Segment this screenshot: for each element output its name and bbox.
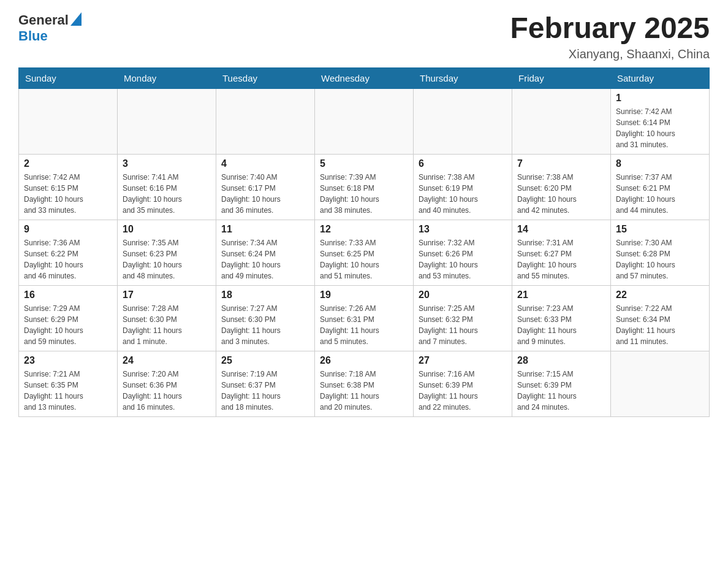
day-number: 6 — [419, 158, 507, 169]
day-number: 23 — [24, 355, 112, 366]
day-number: 16 — [24, 289, 112, 301]
day-info: Sunrise: 7:21 AM Sunset: 6:35 PM Dayligh… — [24, 369, 112, 413]
title-block: February 2025 Xianyang, Shaanxi, China — [510, 12, 710, 61]
calendar-cell: 22Sunrise: 7:22 AM Sunset: 6:34 PM Dayli… — [611, 285, 710, 351]
weekday-header-friday: Friday — [512, 67, 611, 88]
day-number: 22 — [616, 289, 704, 301]
logo-blue-text: Blue — [18, 28, 48, 44]
calendar-cell — [118, 88, 216, 154]
day-number: 11 — [221, 224, 309, 235]
calendar-cell: 20Sunrise: 7:25 AM Sunset: 6:32 PM Dayli… — [414, 285, 512, 351]
calendar-cell: 11Sunrise: 7:34 AM Sunset: 6:24 PM Dayli… — [216, 220, 315, 285]
week-row-1: 1Sunrise: 7:42 AM Sunset: 6:14 PM Daylig… — [19, 88, 710, 154]
day-number: 18 — [221, 289, 309, 301]
location-text: Xianyang, Shaanxi, China — [510, 47, 710, 61]
day-info: Sunrise: 7:25 AM Sunset: 6:32 PM Dayligh… — [419, 303, 507, 347]
day-info: Sunrise: 7:31 AM Sunset: 6:27 PM Dayligh… — [517, 237, 605, 282]
calendar-cell — [19, 88, 118, 154]
calendar-cell: 14Sunrise: 7:31 AM Sunset: 6:27 PM Dayli… — [512, 220, 611, 285]
week-row-4: 16Sunrise: 7:29 AM Sunset: 6:29 PM Dayli… — [19, 285, 710, 351]
day-number: 21 — [517, 289, 605, 301]
calendar-cell: 25Sunrise: 7:19 AM Sunset: 6:37 PM Dayli… — [216, 351, 315, 416]
calendar-cell: 6Sunrise: 7:38 AM Sunset: 6:19 PM Daylig… — [414, 154, 512, 220]
calendar-cell: 3Sunrise: 7:41 AM Sunset: 6:16 PM Daylig… — [118, 154, 216, 220]
day-info: Sunrise: 7:34 AM Sunset: 6:24 PM Dayligh… — [221, 237, 309, 282]
logo-triangle-icon — [70, 12, 82, 26]
week-row-3: 9Sunrise: 7:36 AM Sunset: 6:22 PM Daylig… — [19, 220, 710, 285]
calendar-table: SundayMondayTuesdayWednesdayThursdayFrid… — [18, 67, 710, 417]
weekday-header-sunday: Sunday — [19, 67, 118, 88]
day-number: 24 — [123, 355, 211, 366]
calendar-cell: 23Sunrise: 7:21 AM Sunset: 6:35 PM Dayli… — [19, 351, 118, 416]
svg-marker-0 — [70, 12, 82, 26]
calendar-cell — [611, 351, 710, 416]
calendar-cell: 1Sunrise: 7:42 AM Sunset: 6:14 PM Daylig… — [611, 88, 710, 154]
calendar-cell: 15Sunrise: 7:30 AM Sunset: 6:28 PM Dayli… — [611, 220, 710, 285]
calendar-cell: 2Sunrise: 7:42 AM Sunset: 6:15 PM Daylig… — [19, 154, 118, 220]
calendar-cell — [216, 88, 315, 154]
week-row-5: 23Sunrise: 7:21 AM Sunset: 6:35 PM Dayli… — [19, 351, 710, 416]
calendar-cell — [512, 88, 611, 154]
calendar-cell — [315, 88, 414, 154]
day-info: Sunrise: 7:38 AM Sunset: 6:20 PM Dayligh… — [517, 172, 605, 216]
page-header: General Blue February 2025 Xianyang, Sha… — [18, 12, 710, 61]
calendar-cell — [414, 88, 512, 154]
day-info: Sunrise: 7:38 AM Sunset: 6:19 PM Dayligh… — [419, 172, 507, 216]
day-number: 10 — [123, 224, 211, 235]
calendar-cell: 28Sunrise: 7:15 AM Sunset: 6:39 PM Dayli… — [512, 351, 611, 416]
calendar-cell: 9Sunrise: 7:36 AM Sunset: 6:22 PM Daylig… — [19, 220, 118, 285]
calendar-cell: 10Sunrise: 7:35 AM Sunset: 6:23 PM Dayli… — [118, 220, 216, 285]
weekday-header-thursday: Thursday — [414, 67, 512, 88]
calendar-cell: 17Sunrise: 7:28 AM Sunset: 6:30 PM Dayli… — [118, 285, 216, 351]
weekday-header-wednesday: Wednesday — [315, 67, 414, 88]
day-info: Sunrise: 7:35 AM Sunset: 6:23 PM Dayligh… — [123, 237, 211, 282]
calendar-cell: 13Sunrise: 7:32 AM Sunset: 6:26 PM Dayli… — [414, 220, 512, 285]
day-number: 14 — [517, 224, 605, 235]
day-info: Sunrise: 7:20 AM Sunset: 6:36 PM Dayligh… — [123, 369, 211, 413]
calendar-cell: 4Sunrise: 7:40 AM Sunset: 6:17 PM Daylig… — [216, 154, 315, 220]
day-number: 19 — [320, 289, 408, 301]
day-number: 2 — [24, 158, 112, 169]
weekday-header-row: SundayMondayTuesdayWednesdayThursdayFrid… — [19, 67, 710, 88]
day-info: Sunrise: 7:16 AM Sunset: 6:39 PM Dayligh… — [419, 369, 507, 413]
calendar-cell: 27Sunrise: 7:16 AM Sunset: 6:39 PM Dayli… — [414, 351, 512, 416]
logo: General Blue — [18, 12, 82, 44]
calendar-cell: 12Sunrise: 7:33 AM Sunset: 6:25 PM Dayli… — [315, 220, 414, 285]
calendar-cell: 16Sunrise: 7:29 AM Sunset: 6:29 PM Dayli… — [19, 285, 118, 351]
day-info: Sunrise: 7:22 AM Sunset: 6:34 PM Dayligh… — [616, 303, 704, 347]
calendar-cell: 26Sunrise: 7:18 AM Sunset: 6:38 PM Dayli… — [315, 351, 414, 416]
day-number: 28 — [517, 355, 605, 366]
day-info: Sunrise: 7:41 AM Sunset: 6:16 PM Dayligh… — [123, 172, 211, 216]
calendar-cell: 7Sunrise: 7:38 AM Sunset: 6:20 PM Daylig… — [512, 154, 611, 220]
day-number: 20 — [419, 289, 507, 301]
day-info: Sunrise: 7:27 AM Sunset: 6:30 PM Dayligh… — [221, 303, 309, 347]
calendar-cell: 21Sunrise: 7:23 AM Sunset: 6:33 PM Dayli… — [512, 285, 611, 351]
day-number: 5 — [320, 158, 408, 169]
calendar-cell: 19Sunrise: 7:26 AM Sunset: 6:31 PM Dayli… — [315, 285, 414, 351]
day-number: 15 — [616, 224, 704, 235]
calendar-cell: 18Sunrise: 7:27 AM Sunset: 6:30 PM Dayli… — [216, 285, 315, 351]
week-row-2: 2Sunrise: 7:42 AM Sunset: 6:15 PM Daylig… — [19, 154, 710, 220]
day-number: 12 — [320, 224, 408, 235]
day-number: 3 — [123, 158, 211, 169]
day-number: 9 — [24, 224, 112, 235]
day-info: Sunrise: 7:28 AM Sunset: 6:30 PM Dayligh… — [123, 303, 211, 347]
day-info: Sunrise: 7:36 AM Sunset: 6:22 PM Dayligh… — [24, 237, 112, 282]
day-number: 17 — [123, 289, 211, 301]
day-info: Sunrise: 7:37 AM Sunset: 6:21 PM Dayligh… — [616, 172, 704, 216]
day-number: 4 — [221, 158, 309, 169]
day-info: Sunrise: 7:19 AM Sunset: 6:37 PM Dayligh… — [221, 369, 309, 413]
weekday-header-tuesday: Tuesday — [216, 67, 315, 88]
day-info: Sunrise: 7:29 AM Sunset: 6:29 PM Dayligh… — [24, 303, 112, 347]
day-number: 8 — [616, 158, 704, 169]
calendar-cell: 24Sunrise: 7:20 AM Sunset: 6:36 PM Dayli… — [118, 351, 216, 416]
day-info: Sunrise: 7:42 AM Sunset: 6:14 PM Dayligh… — [616, 106, 704, 150]
weekday-header-saturday: Saturday — [611, 67, 710, 88]
day-info: Sunrise: 7:39 AM Sunset: 6:18 PM Dayligh… — [320, 172, 408, 216]
day-info: Sunrise: 7:23 AM Sunset: 6:33 PM Dayligh… — [517, 303, 605, 347]
month-title: February 2025 — [510, 12, 710, 45]
day-info: Sunrise: 7:32 AM Sunset: 6:26 PM Dayligh… — [419, 237, 507, 282]
day-number: 1 — [616, 93, 704, 104]
day-info: Sunrise: 7:40 AM Sunset: 6:17 PM Dayligh… — [221, 172, 309, 216]
day-number: 13 — [419, 224, 507, 235]
